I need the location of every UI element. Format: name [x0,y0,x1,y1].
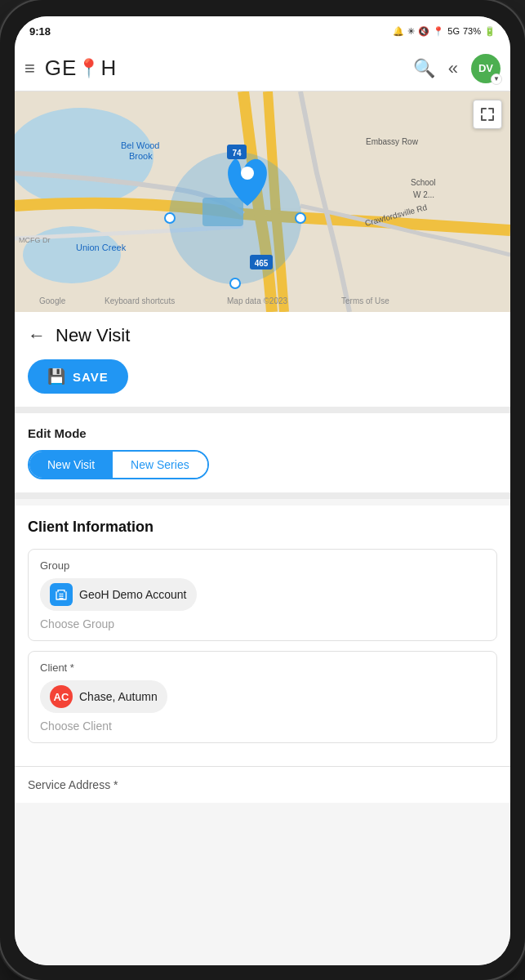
toggle-new-visit[interactable]: New Visit [29,452,113,478]
group-chip-text: GeoH Demo Account [79,588,187,601]
client-info-title: Client Information [28,519,497,536]
location-icon: 📍 [433,26,444,37]
client-placeholder[interactable]: Choose Client [40,719,485,733]
service-address-section[interactable]: Service Address * [15,766,510,803]
back-button[interactable]: ← [28,325,46,346]
building-icon [55,588,68,601]
svg-text:Keyboard shortcuts: Keyboard shortcuts [105,296,175,305]
save-button[interactable]: 💾 SAVE [28,359,128,394]
svg-point-7 [230,278,240,288]
map-view[interactable]: 74 465 Bel Wood Brook Union Creek Embass… [15,91,510,312]
bluetooth-icon: ✳ [407,26,415,37]
page-header: ← New Visit [15,312,510,353]
avatar-initials: DV [478,62,493,74]
save-section: 💾 SAVE [15,353,510,407]
svg-text:Terms of Use: Terms of Use [341,296,389,305]
edit-mode-toggle-group: New Visit New Series [28,450,209,479]
group-chip-icon [50,583,73,606]
save-floppy-icon: 💾 [47,368,66,385]
client-field-card[interactable]: Client * AC Chase, Autumn Choose Client [28,651,497,743]
status-bar: 9:18 🔔 ✳ 🔇 📍 5G 73% 🔋 [15,16,510,46]
client-chip[interactable]: AC Chase, Autumn [40,680,167,713]
divider-1 [15,407,510,413]
back-double-icon[interactable]: « [448,58,458,79]
svg-text:Map data ©2023: Map data ©2023 [227,296,288,305]
svg-text:Union Creek: Union Creek [76,243,127,252]
svg-text:Google: Google [39,296,66,305]
svg-text:74: 74 [232,149,242,158]
toggle-new-series[interactable]: New Series [113,452,207,478]
app-logo: GE 📍 H [45,56,403,81]
menu-icon[interactable]: ≡ [24,58,35,79]
svg-rect-8 [202,198,243,226]
phone-screen: 9:18 🔔 ✳ 🔇 📍 5G 73% 🔋 ≡ GE 📍 H 🔍 « [15,16,510,965]
edit-mode-label: Edit Mode [28,426,497,440]
svg-text:Embassy Row: Embassy Row [366,137,419,146]
svg-text:465: 465 [255,259,269,268]
client-chip-avatar: AC [50,685,73,708]
group-placeholder[interactable]: Choose Group [40,617,485,630]
status-icons: 🔔 ✳ 🔇 📍 5G 73% 🔋 [393,26,496,37]
battery-label: 73% [463,26,481,36]
svg-point-4 [165,213,175,223]
service-address-label: Service Address * [28,778,497,791]
expand-icon [479,106,496,122]
client-label: Client * [40,662,485,674]
client-initials: AC [54,691,69,703]
logo-text: GE [45,56,78,81]
phone-frame: 9:18 🔔 ✳ 🔇 📍 5G 73% 🔋 ≡ GE 📍 H 🔍 « [0,0,525,980]
group-field-card[interactable]: Group GeoH Demo Account Choose Group [28,549,497,641]
page-title: New Visit [56,325,130,346]
svg-point-9 [241,167,254,180]
svg-text:MCFG Dr: MCFG Dr [19,236,51,244]
logo-pin-icon: 📍 [78,58,100,79]
app-header: ≡ GE 📍 H 🔍 « DV ▼ [15,46,510,91]
svg-text:Bel Wood: Bel Wood [121,140,160,150]
client-info-section: Client Information Group GeoH Demo Accou… [15,506,510,766]
avatar-dropdown-icon: ▼ [491,74,502,85]
client-chip-text: Chase, Autumn [79,690,158,703]
user-avatar[interactable]: DV ▼ [471,54,501,83]
svg-text:School: School [411,178,436,187]
map-expand-button[interactable] [473,100,502,129]
svg-text:Brook: Brook [129,151,153,161]
group-chip[interactable]: GeoH Demo Account [40,578,197,611]
logo-text-2: H [100,56,117,81]
alarm-icon: 🔔 [393,26,404,37]
status-time: 9:18 [29,25,51,38]
map-section: 74 465 Bel Wood Brook Union Creek Embass… [15,91,510,312]
battery-icon: 🔋 [484,26,496,37]
group-label: Group [40,559,485,572]
svg-point-5 [296,213,305,223]
search-icon[interactable]: 🔍 [413,58,435,79]
signal-label: 5G [447,26,460,36]
mute-icon: 🔇 [418,26,429,37]
svg-text:W 2...: W 2... [413,190,434,199]
header-actions: 🔍 « DV ▼ [413,54,501,83]
edit-mode-section: Edit Mode New Visit New Series [15,413,510,492]
content-area[interactable]: ← New Visit 💾 SAVE Edit Mode New Visit N… [15,312,510,965]
save-label: SAVE [73,370,109,384]
divider-2 [15,492,510,499]
